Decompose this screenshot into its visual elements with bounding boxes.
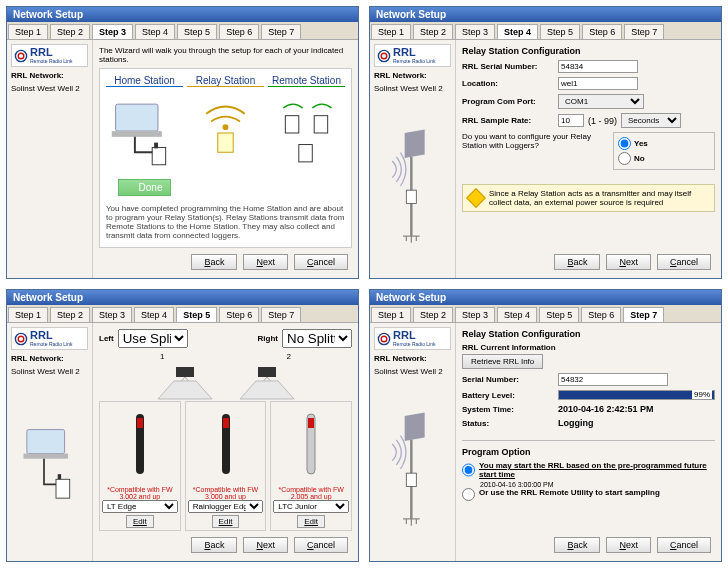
tab-step7[interactable]: Step 7 bbox=[623, 307, 664, 322]
title-bar: Network Setup bbox=[7, 7, 358, 22]
done-button[interactable]: Done bbox=[118, 179, 172, 196]
battery-bar: 99% bbox=[558, 390, 715, 400]
serial-label: Serial Number: bbox=[462, 375, 554, 384]
tab-step4[interactable]: Step 4 bbox=[134, 307, 174, 322]
next-button[interactable]: Next bbox=[243, 254, 288, 270]
svg-point-0 bbox=[15, 50, 26, 61]
tab-step6[interactable]: Step 6 bbox=[219, 24, 259, 39]
step-tabs: Step 1 Step 2 Step 3 Step 4 Step 5 Step … bbox=[7, 22, 358, 40]
samplerate-range: (1 - 99) bbox=[588, 116, 617, 126]
tab-step3[interactable]: Step 3 bbox=[455, 24, 495, 39]
next-button[interactable]: Next bbox=[606, 537, 651, 553]
tab-step4[interactable]: Step 4 bbox=[497, 307, 537, 322]
next-button[interactable]: Next bbox=[606, 254, 651, 270]
logger-1-type-select[interactable]: LT Edge bbox=[102, 500, 178, 513]
group-title: Relay Station Configuration bbox=[462, 329, 715, 339]
svg-point-17 bbox=[18, 336, 24, 342]
tab-step7[interactable]: Step 7 bbox=[261, 24, 301, 39]
tab-step7[interactable]: Step 7 bbox=[624, 24, 664, 39]
svg-rect-23 bbox=[258, 367, 276, 377]
title-bar: Network Setup bbox=[7, 290, 358, 305]
serial-input[interactable] bbox=[558, 60, 638, 73]
tab-step1[interactable]: Step 1 bbox=[8, 307, 48, 322]
step-tabs: Step 1 Step 2 Step 3 Step 4 Step 5 Step … bbox=[370, 22, 721, 40]
cancel-button[interactable]: Cancel bbox=[294, 537, 348, 553]
logger-col-3: *Compatible with FW 2.005 and up LTC Jun… bbox=[270, 401, 352, 531]
cancel-button[interactable]: Cancel bbox=[657, 254, 711, 270]
sidebar: RRLRemote Radio Link RRL Network: Solins… bbox=[7, 323, 93, 561]
tab-step1[interactable]: Step 1 bbox=[8, 24, 48, 39]
right-splitter-select[interactable]: No Splitter bbox=[282, 329, 352, 348]
samplerate-input[interactable] bbox=[558, 114, 584, 127]
loggers-no-radio[interactable] bbox=[618, 152, 631, 165]
back-button[interactable]: Back bbox=[554, 254, 600, 270]
logger-2-edit-button[interactable]: Edit bbox=[212, 515, 240, 528]
network-label: RRL Network: bbox=[374, 71, 451, 80]
comport-select[interactable]: COM1 bbox=[558, 94, 644, 109]
logger-3-edit-button[interactable]: Edit bbox=[297, 515, 325, 528]
logger-2-illustration bbox=[218, 404, 234, 486]
logger-2-type-select[interactable]: Rainlogger Edge bbox=[188, 500, 264, 513]
tab-step7[interactable]: Step 7 bbox=[261, 307, 301, 322]
back-button[interactable]: Back bbox=[554, 537, 600, 553]
cancel-button[interactable]: Cancel bbox=[294, 254, 348, 270]
systime-label: System Time: bbox=[462, 405, 554, 414]
serial-input[interactable] bbox=[558, 373, 668, 386]
current-info-title: RRL Current Information bbox=[462, 343, 715, 352]
samplerate-unit-select[interactable]: Seconds bbox=[621, 113, 681, 128]
tab-step6[interactable]: Step 6 bbox=[581, 307, 621, 322]
back-button[interactable]: Back bbox=[191, 537, 237, 553]
tab-step4[interactable]: Step 4 bbox=[135, 24, 175, 39]
svg-rect-2 bbox=[116, 104, 158, 131]
tab-step2[interactable]: Step 2 bbox=[50, 24, 90, 39]
tab-step5[interactable]: Step 5 bbox=[540, 24, 580, 39]
tab-step3[interactable]: Step 3 bbox=[455, 307, 495, 322]
tab-step2[interactable]: Step 2 bbox=[50, 307, 90, 322]
network-setup-dialog-step4: Network Setup Step 1 Step 2 Step 3 Step … bbox=[369, 6, 722, 279]
logger-3-type-select[interactable]: LTC Junior bbox=[273, 500, 349, 513]
retrieve-info-button[interactable]: Retrieve RRL Info bbox=[462, 354, 543, 369]
tab-step3[interactable]: Step 3 bbox=[92, 307, 132, 322]
logger-1-edit-button[interactable]: Edit bbox=[126, 515, 154, 528]
svg-rect-4 bbox=[152, 147, 165, 164]
status-label: Status: bbox=[462, 419, 554, 428]
tab-step6[interactable]: Step 6 bbox=[582, 24, 622, 39]
rrl-logo: RRLRemote Radio Link bbox=[374, 44, 451, 67]
tab-step2[interactable]: Step 2 bbox=[413, 307, 453, 322]
svg-rect-18 bbox=[26, 429, 64, 453]
svg-point-16 bbox=[15, 333, 26, 344]
tab-step3[interactable]: Step 3 bbox=[92, 24, 133, 39]
tab-step5[interactable]: Step 5 bbox=[539, 307, 579, 322]
home-station-illustration bbox=[106, 89, 183, 177]
tab-step1[interactable]: Step 1 bbox=[371, 307, 411, 322]
network-name: Solinst West Well 2 bbox=[374, 84, 451, 93]
left-count: 1 bbox=[160, 352, 164, 361]
svg-point-1 bbox=[18, 53, 24, 59]
tab-step5[interactable]: Step 5 bbox=[176, 307, 217, 322]
relay-station-side-illustration bbox=[374, 380, 451, 557]
location-input[interactable] bbox=[558, 77, 638, 90]
start-preprogrammed-radio[interactable] bbox=[462, 461, 475, 479]
svg-rect-20 bbox=[56, 479, 70, 498]
loggers-yes-radio[interactable] bbox=[618, 137, 631, 150]
logger-1-illustration bbox=[132, 404, 148, 486]
next-button[interactable]: Next bbox=[243, 537, 288, 553]
tab-step1[interactable]: Step 1 bbox=[371, 24, 411, 39]
network-label: RRL Network: bbox=[11, 354, 88, 363]
tab-step5[interactable]: Step 5 bbox=[177, 24, 217, 39]
svg-point-31 bbox=[381, 336, 387, 342]
tab-step2[interactable]: Step 2 bbox=[413, 24, 453, 39]
title-bar: Network Setup bbox=[370, 7, 721, 22]
tab-step4[interactable]: Step 4 bbox=[497, 24, 538, 39]
network-setup-dialog-step7: Network Setup Step 1 Step 2 Step 3 Step … bbox=[369, 289, 722, 562]
left-splitter-select[interactable]: Use Splitter bbox=[118, 329, 188, 348]
relay-station-side-illustration bbox=[374, 97, 451, 274]
svg-rect-22 bbox=[176, 367, 194, 377]
svg-rect-9 bbox=[314, 116, 327, 133]
start-remote-utility-radio[interactable] bbox=[462, 488, 475, 501]
back-button[interactable]: Back bbox=[191, 254, 237, 270]
right-count: 2 bbox=[287, 352, 291, 361]
tab-step6[interactable]: Step 6 bbox=[219, 307, 259, 322]
cancel-button[interactable]: Cancel bbox=[657, 537, 711, 553]
remote-station-title: Remote Station bbox=[268, 75, 345, 87]
